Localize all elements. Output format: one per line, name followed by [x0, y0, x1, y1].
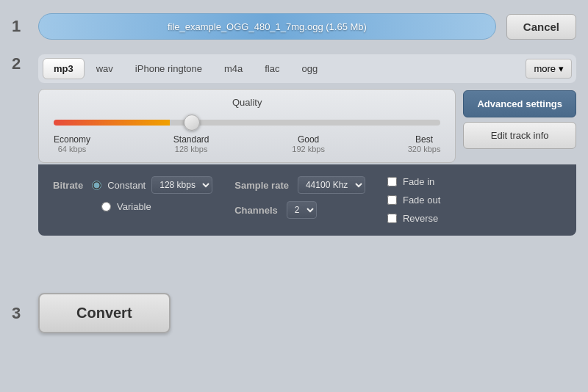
marker-standard-label: Standard [173, 134, 209, 145]
file-bar: file_example_OGG_480_1_7mg.ogg (1.65 Mb) [38, 13, 496, 40]
quality-box: Quality Economy 64 kbps Standard 128 kbp… [38, 89, 456, 163]
effects-column: Fade in Fade out Reverse [387, 176, 440, 224]
advanced-settings-panel: Bitrate Constant 128 kbps 64 kbps 192 kb… [38, 164, 576, 236]
tab-wav[interactable]: wav [86, 59, 123, 79]
advanced-settings-button[interactable]: Advanced settings [463, 90, 576, 117]
step3-row: 3 Convert [0, 280, 588, 333]
format-tabs: mp3 wav iPhone ringtone m4a flac ogg mor… [38, 54, 576, 83]
fade-out-row: Fade out [387, 195, 440, 206]
advanced-panel: Quality Economy 64 kbps Standard 128 kbp… [38, 89, 576, 163]
variable-radio[interactable] [101, 202, 111, 211]
marker-economy-label: Economy [54, 134, 90, 145]
fade-out-label: Fade out [403, 195, 440, 206]
file-name: file_example_OGG_480_1_7mg.ogg (1.65 Mb) [168, 21, 367, 32]
channels-label: Channels [234, 205, 278, 216]
variable-row: Variable [53, 201, 212, 212]
marker-economy: Economy 64 kbps [54, 134, 90, 153]
cancel-button[interactable]: Cancel [506, 14, 576, 40]
bitrate-row: Bitrate Constant 128 kbps 64 kbps 192 kb… [53, 176, 212, 194]
marker-best-label: Best [408, 134, 441, 145]
tab-mp3[interactable]: mp3 [43, 58, 85, 79]
marker-economy-kbps: 64 kbps [54, 145, 90, 153]
step2-number: 2 [12, 54, 38, 73]
sample-channels-column: Sample rate 44100 Khz 22050 Khz 48000 Kh… [234, 176, 365, 219]
bitrate-select[interactable]: 128 kbps 64 kbps 192 kbps 320 kbps [151, 176, 212, 194]
sample-rate-select[interactable]: 44100 Khz 22050 Khz 48000 Khz [298, 176, 365, 194]
sample-rate-label: Sample rate [234, 180, 289, 191]
tab-iphone-ringtone[interactable]: iPhone ringtone [125, 59, 212, 79]
tab-m4a[interactable]: m4a [214, 59, 253, 79]
more-label: more [534, 63, 556, 74]
tab-flac[interactable]: flac [254, 59, 290, 79]
bitrate-label: Bitrate [53, 180, 83, 191]
marker-standard: Standard 128 kbps [173, 134, 209, 153]
bitrate-column: Bitrate Constant 128 kbps 64 kbps 192 kb… [53, 176, 212, 212]
marker-good-label: Good [292, 134, 325, 145]
channels-row: Channels 2 1 [234, 201, 365, 219]
convert-button[interactable]: Convert [38, 293, 171, 333]
constant-label: Constant [107, 180, 146, 191]
marker-good: Good 192 kbps [292, 134, 325, 153]
sample-rate-row: Sample rate 44100 Khz 22050 Khz 48000 Kh… [234, 176, 365, 194]
chevron-down-icon: ▾ [559, 63, 564, 74]
quality-slider-wrap [54, 115, 440, 130]
step3-number: 3 [12, 304, 38, 323]
marker-best-kbps: 320 kbps [408, 145, 441, 153]
edit-track-button[interactable]: Edit track info [463, 122, 576, 149]
fade-in-row: Fade in [387, 176, 440, 187]
fade-in-label: Fade in [403, 176, 434, 187]
reverse-checkbox[interactable] [387, 214, 397, 223]
quality-title: Quality [54, 97, 440, 108]
constant-radio[interactable] [92, 181, 101, 190]
marker-good-kbps: 192 kbps [292, 145, 325, 153]
quality-slider[interactable] [54, 120, 440, 126]
step1-row: 1 file_example_OGG_480_1_7mg.ogg (1.65 M… [0, 0, 588, 50]
reverse-row: Reverse [387, 213, 440, 224]
variable-label: Variable [117, 201, 151, 212]
step2-content: mp3 wav iPhone ringtone m4a flac ogg mor… [38, 54, 576, 236]
spacer [0, 236, 588, 280]
marker-best: Best 320 kbps [408, 134, 441, 153]
step2-row: 2 mp3 wav iPhone ringtone m4a flac ogg m… [0, 50, 588, 236]
fade-in-checkbox[interactable] [387, 177, 397, 186]
quality-markers: Economy 64 kbps Standard 128 kbps Good 1… [54, 134, 440, 153]
reverse-label: Reverse [403, 213, 438, 224]
step1-number: 1 [12, 17, 38, 36]
marker-standard-kbps: 128 kbps [173, 145, 209, 153]
tab-ogg[interactable]: ogg [291, 59, 328, 79]
right-buttons: Advanced settings Edit track info [463, 89, 576, 163]
fade-out-checkbox[interactable] [387, 195, 397, 205]
channels-select[interactable]: 2 1 [287, 201, 317, 219]
more-formats-button[interactable]: more ▾ [526, 59, 572, 79]
